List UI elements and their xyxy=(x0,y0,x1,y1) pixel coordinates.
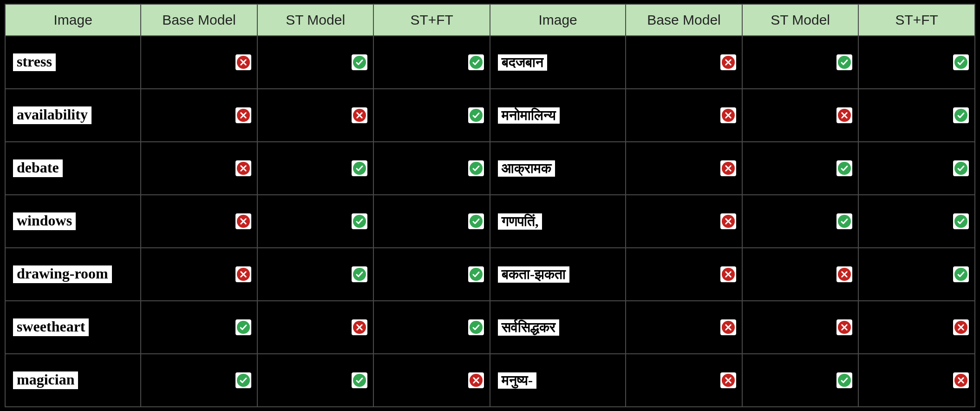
header-st-right: ST Model xyxy=(742,4,859,36)
correct-icon xyxy=(953,160,969,176)
wrong-icon xyxy=(720,266,736,282)
result-cell xyxy=(626,142,742,195)
wrong-icon xyxy=(720,107,736,123)
header-base-left: Base Model xyxy=(141,4,257,36)
result-cell xyxy=(257,248,374,301)
wrong-icon xyxy=(235,107,251,123)
word-chip: सर्वसिद्धकर xyxy=(496,318,561,338)
result-cell xyxy=(742,248,859,301)
result-cell xyxy=(626,301,742,354)
result-cell xyxy=(626,195,742,248)
header-stft-left: ST+FT xyxy=(373,4,490,36)
result-cell xyxy=(257,195,374,248)
correct-icon xyxy=(468,54,484,70)
table-row: stressबदजबान xyxy=(5,36,975,89)
word-cell: बकता-झकता xyxy=(490,248,626,301)
wrong-icon xyxy=(836,266,852,282)
wrong-icon xyxy=(235,160,251,176)
word-chip: magician xyxy=(11,370,80,391)
word-chip: बदजबान xyxy=(496,53,549,73)
wrong-icon xyxy=(235,213,251,229)
word-chip: availability xyxy=(11,105,93,126)
correct-icon xyxy=(953,107,969,123)
word-cell: गणपतिं, xyxy=(490,195,626,248)
correct-icon xyxy=(953,213,969,229)
correct-icon xyxy=(836,372,852,388)
word-cell: magician xyxy=(5,354,141,407)
table-row: drawing-roomबकता-झकता xyxy=(5,248,975,301)
result-cell xyxy=(742,301,859,354)
result-cell xyxy=(373,195,490,248)
result-cell xyxy=(373,142,490,195)
result-cell xyxy=(257,89,374,142)
word-cell: मनुष्य- xyxy=(490,354,626,407)
word-cell: stress xyxy=(5,36,141,89)
word-cell: मनोमालिन्य xyxy=(490,89,626,142)
result-cell xyxy=(858,248,975,301)
wrong-icon xyxy=(836,319,852,335)
correct-icon xyxy=(953,266,969,282)
table-row: magicianमनुष्य- xyxy=(5,354,975,407)
correct-icon xyxy=(352,54,367,70)
result-cell xyxy=(141,301,257,354)
table-row: sweetheartसर्वसिद्धकर xyxy=(5,301,975,354)
result-cell xyxy=(257,36,374,89)
word-chip: drawing-room xyxy=(11,264,114,285)
result-cell xyxy=(257,142,374,195)
wrong-icon xyxy=(720,160,736,176)
result-cell xyxy=(141,89,257,142)
correct-icon xyxy=(836,160,852,176)
wrong-icon xyxy=(720,54,736,70)
wrong-icon xyxy=(352,107,367,123)
wrong-icon xyxy=(720,213,736,229)
header-image-right: Image xyxy=(490,4,626,36)
result-cell xyxy=(858,301,975,354)
word-cell: सर्वसिद्धकर xyxy=(490,301,626,354)
results-table: Image Base Model ST Model ST+FT Image Ba… xyxy=(5,4,975,407)
correct-icon xyxy=(352,372,367,388)
correct-icon xyxy=(235,372,251,388)
result-cell xyxy=(373,301,490,354)
result-cell xyxy=(373,89,490,142)
table-row: debateआक्रामक xyxy=(5,142,975,195)
word-chip: sweetheart xyxy=(11,317,91,338)
correct-icon xyxy=(352,160,367,176)
word-chip: debate xyxy=(11,158,65,179)
correct-icon xyxy=(235,319,251,335)
word-chip: मनोमालिन्य xyxy=(496,106,562,126)
result-cell xyxy=(257,354,374,407)
comparison-table-container: Image Base Model ST Model ST+FT Image Ba… xyxy=(0,0,980,411)
result-cell xyxy=(141,36,257,89)
header-base-right: Base Model xyxy=(626,4,742,36)
correct-icon xyxy=(468,160,484,176)
word-chip: windows xyxy=(11,211,78,232)
result-cell xyxy=(858,195,975,248)
word-chip: stress xyxy=(11,52,58,73)
result-cell xyxy=(257,301,374,354)
wrong-icon xyxy=(953,319,969,335)
correct-icon xyxy=(352,266,367,282)
word-chip: आक्रामक xyxy=(496,159,557,179)
result-cell xyxy=(626,36,742,89)
wrong-icon xyxy=(468,372,484,388)
word-cell: बदजबान xyxy=(490,36,626,89)
result-cell xyxy=(373,248,490,301)
result-cell xyxy=(141,142,257,195)
correct-icon xyxy=(352,213,367,229)
word-cell: sweetheart xyxy=(5,301,141,354)
result-cell xyxy=(626,354,742,407)
header-st-left: ST Model xyxy=(257,4,374,36)
result-cell xyxy=(742,36,859,89)
result-cell xyxy=(742,195,859,248)
result-cell xyxy=(742,354,859,407)
table-row: availabilityमनोमालिन्य xyxy=(5,89,975,142)
header-stft-right: ST+FT xyxy=(858,4,975,36)
wrong-icon xyxy=(235,266,251,282)
result-cell xyxy=(742,89,859,142)
result-cell xyxy=(626,89,742,142)
header-row: Image Base Model ST Model ST+FT Image Ba… xyxy=(5,4,975,36)
wrong-icon xyxy=(720,319,736,335)
word-cell: windows xyxy=(5,195,141,248)
correct-icon xyxy=(468,319,484,335)
result-cell xyxy=(858,142,975,195)
